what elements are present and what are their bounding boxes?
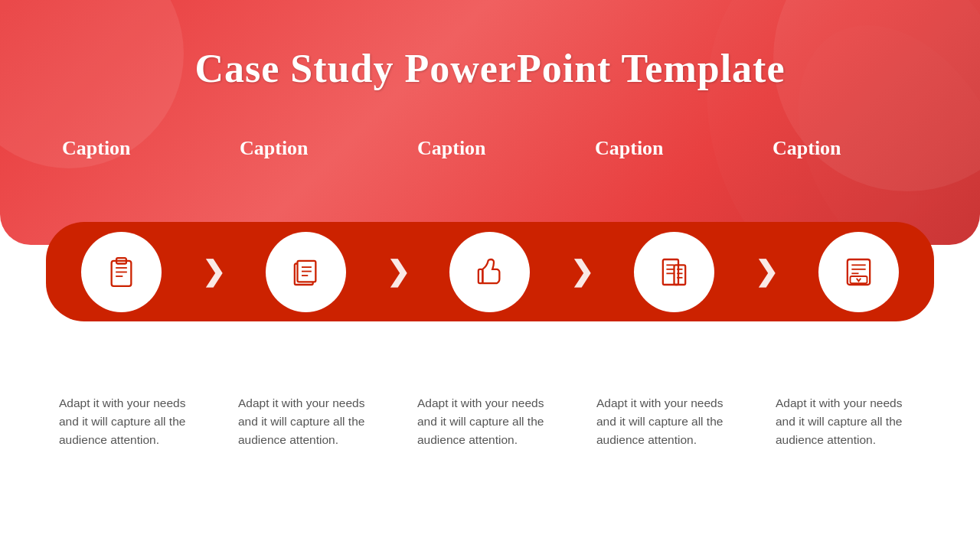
process-bar: ❯ ❯ ❯ (46, 222, 934, 321)
descriptions-row: Adapt it with your needs and it will cap… (46, 394, 934, 449)
bottom-section: Adapt it with your needs and it will cap… (0, 371, 980, 449)
caption-1: Caption (62, 137, 207, 160)
arrow-4: ❯ (755, 256, 778, 288)
header-section: Case Study PowerPoint Template Caption C… (0, 0, 980, 245)
clipboard-icon (100, 251, 142, 293)
caption-4: Caption (595, 137, 740, 160)
arrow-1: ❯ (202, 256, 225, 288)
slide-title: Case Study PowerPoint Template (0, 46, 980, 91)
title-section: Case Study PowerPoint Template (0, 0, 980, 91)
caption-2: Caption (240, 137, 385, 160)
step-4-circle (634, 232, 714, 312)
description-4: Adapt it with your needs and it will cap… (596, 394, 742, 449)
thumbs-up-icon (469, 251, 511, 293)
doc-inbox-icon (838, 251, 880, 293)
report-icon (653, 251, 695, 293)
description-1: Adapt it with your needs and it will cap… (59, 394, 204, 449)
process-bar-wrapper: ❯ ❯ ❯ (46, 222, 934, 321)
arrow-3: ❯ (570, 256, 593, 288)
captions-row: Caption Caption Caption Caption Caption (0, 137, 980, 160)
step-2-circle (266, 232, 346, 312)
step-3-circle (449, 232, 530, 312)
description-2: Adapt it with your needs and it will cap… (238, 394, 384, 449)
arrow-2: ❯ (387, 256, 410, 288)
svg-rect-2 (112, 260, 132, 285)
caption-5: Caption (773, 137, 918, 160)
description-3: Adapt it with your needs and it will cap… (417, 394, 563, 449)
svg-rect-13 (663, 259, 678, 285)
description-5: Adapt it with your needs and it will cap… (776, 394, 921, 449)
svg-rect-12 (479, 269, 483, 282)
step-5-circle (818, 232, 899, 312)
slide: Case Study PowerPoint Template Caption C… (0, 0, 980, 551)
svg-rect-14 (674, 265, 685, 285)
document-stack-icon (285, 251, 327, 293)
caption-3: Caption (417, 137, 563, 160)
step-1-circle (81, 232, 162, 312)
